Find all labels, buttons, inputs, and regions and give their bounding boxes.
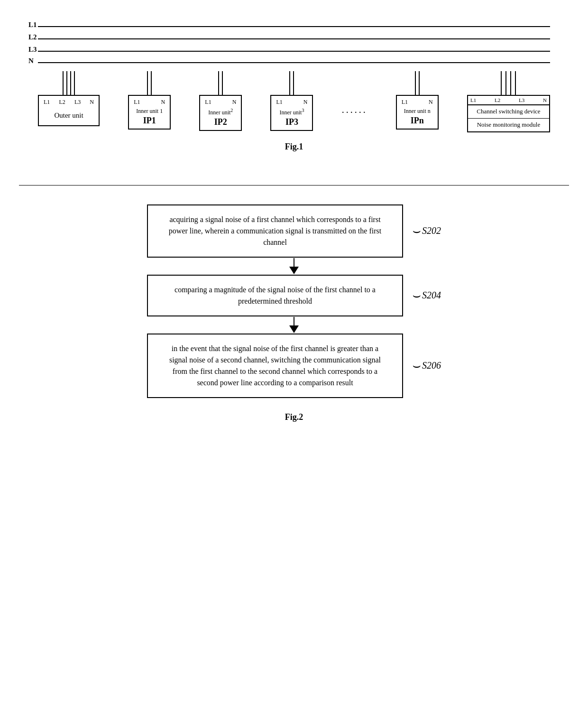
inner-unit-1-header: L1 N bbox=[134, 99, 165, 106]
channel-device-block: L1 L2 L3 N Channel switching device Nois… bbox=[467, 71, 550, 132]
arrow-2-container bbox=[38, 316, 550, 334]
channel-device-outer-box: L1 L2 L3 N Channel switching device Nois… bbox=[467, 95, 550, 132]
drop-L1 bbox=[63, 71, 64, 95]
fig1-diagram: L1 L2 L3 N L1 L2 L3 N bbox=[19, 9, 569, 171]
drop-L1-csd bbox=[501, 71, 502, 95]
drop-L1-iu3 bbox=[289, 71, 290, 95]
channel-device-header: L1 L2 L3 N bbox=[468, 96, 549, 104]
inner-unit-3-block: L1 N Inner unit3 IP3 bbox=[270, 71, 313, 131]
arrow-1-head bbox=[289, 267, 299, 274]
arrow-1-container bbox=[38, 258, 550, 275]
iu2-L1: L1 bbox=[205, 99, 211, 106]
flow-step-S204: comparing a magnitude of the signal nois… bbox=[38, 275, 550, 316]
bus-line-L1 bbox=[38, 26, 550, 27]
channel-device-drops bbox=[501, 71, 516, 95]
drop-N-iun bbox=[419, 71, 420, 95]
s206-label: S206 bbox=[422, 360, 441, 371]
drop-L1-iu2 bbox=[218, 71, 219, 95]
outer-L2: L2 bbox=[59, 99, 65, 106]
flow-box-S202: acquiring a signal noise of a first chan… bbox=[147, 204, 403, 258]
arrow-2-head bbox=[289, 325, 299, 333]
drop-L2-csd bbox=[505, 71, 506, 95]
inner-unit-2-drops bbox=[218, 71, 223, 95]
iu3-L1: L1 bbox=[276, 99, 282, 106]
s202-label: S202 bbox=[422, 225, 441, 236]
s204-curve-icon: ⌣ bbox=[413, 289, 421, 302]
inner-unit-2-name: Inner unit2 bbox=[205, 108, 236, 116]
drop-N bbox=[74, 71, 75, 95]
iun-L1: L1 bbox=[402, 99, 408, 106]
inner-unit-3-id: IP3 bbox=[276, 117, 307, 127]
flow-box-S206: in the event that the signal noise of th… bbox=[147, 334, 403, 398]
s204-label: S204 bbox=[422, 290, 441, 301]
arrow-2 bbox=[166, 316, 422, 334]
drop-L1-iun bbox=[415, 71, 416, 95]
iu1-N: N bbox=[161, 99, 165, 106]
bus-line-L2 bbox=[38, 38, 550, 39]
arrow-1 bbox=[166, 258, 422, 275]
bus-label-L3: L3 bbox=[28, 46, 37, 54]
outer-unit-box: L1 L2 L3 N Outer unit bbox=[38, 95, 100, 126]
outer-N: N bbox=[90, 99, 94, 106]
inner-unit-1-drops bbox=[147, 71, 152, 95]
outer-L1: L1 bbox=[44, 99, 50, 106]
units-row: L1 L2 L3 N Outer unit L1 N Inner unit 1 bbox=[24, 71, 564, 132]
flow-box-S204: comparing a magnitude of the signal nois… bbox=[147, 275, 403, 316]
iu3-N: N bbox=[303, 99, 308, 106]
arrow-1-stem bbox=[294, 258, 294, 267]
channel-switching-device-label: Channel switching device bbox=[468, 105, 549, 119]
outer-unit-header: L1 L2 L3 N bbox=[44, 99, 94, 106]
inner-unit-n-box: L1 N Inner unit n IPn bbox=[396, 95, 439, 130]
bus-line-N bbox=[38, 62, 550, 63]
outer-unit-name: Outer unit bbox=[44, 108, 94, 122]
flow-step-S202: acquiring a signal noise of a first chan… bbox=[38, 204, 550, 258]
fig1-caption: Fig.1 bbox=[24, 142, 564, 152]
inner-unit-2-header: L1 N bbox=[205, 99, 236, 106]
drop-L3 bbox=[70, 71, 71, 95]
inner-unit-1-name: Inner unit 1 bbox=[134, 108, 165, 115]
inner-unit-3-name: Inner unit3 bbox=[276, 108, 307, 116]
fig2-diagram: acquiring a signal noise of a first chan… bbox=[19, 195, 569, 441]
noise-monitoring-module-label: Noise monitoring module bbox=[468, 119, 549, 131]
iu2-N: N bbox=[232, 99, 237, 106]
inner-unit-n-header: L1 N bbox=[402, 99, 433, 106]
inner-unit-1-block: L1 N Inner unit 1 IP1 bbox=[128, 71, 171, 130]
fig2-caption: Fig.2 bbox=[285, 412, 303, 422]
csd-N: N bbox=[543, 97, 547, 103]
s206-label-wrap: ⌣ S206 bbox=[413, 359, 441, 372]
drop-L3-csd bbox=[510, 71, 511, 95]
iu1-L1: L1 bbox=[134, 99, 140, 106]
inner-unit-n-name: Inner unit n bbox=[402, 108, 433, 115]
csd-L1: L1 bbox=[470, 97, 476, 103]
drop-N-iu2 bbox=[222, 71, 223, 95]
outer-unit-drop-lines bbox=[63, 71, 75, 95]
s202-curve-icon: ⌣ bbox=[413, 224, 421, 238]
inner-unit-3-box: L1 N Inner unit3 IP3 bbox=[270, 95, 313, 131]
inner-unit-n-block: L1 N Inner unit n IPn bbox=[396, 71, 439, 130]
s204-label-wrap: ⌣ S204 bbox=[413, 289, 441, 302]
inner-unit-n-id: IPn bbox=[402, 116, 433, 126]
inner-unit-2-box: L1 N Inner unit2 IP2 bbox=[199, 95, 242, 131]
fig-separator bbox=[19, 185, 569, 186]
inner-unit-3-drops bbox=[289, 71, 294, 95]
csd-L2: L2 bbox=[495, 97, 500, 103]
flow-step-S206: in the event that the signal noise of th… bbox=[38, 334, 550, 398]
bus-label-L2: L2 bbox=[28, 33, 37, 41]
drop-N-csd bbox=[515, 71, 516, 95]
drop-L2 bbox=[66, 71, 67, 95]
inner-unit-1-box: L1 N Inner unit 1 IP1 bbox=[128, 95, 171, 130]
bus-line-L3 bbox=[38, 51, 550, 52]
drop-L1-iu1 bbox=[147, 71, 148, 95]
inner-unit-2-block: L1 N Inner unit2 IP2 bbox=[199, 71, 242, 131]
s202-label-wrap: ⌣ S202 bbox=[413, 224, 441, 238]
ellipsis-block: ...... bbox=[342, 71, 368, 115]
drop-N-iu3 bbox=[293, 71, 294, 95]
csd-L3: L3 bbox=[519, 97, 524, 103]
inner-unit-3-header: L1 N bbox=[276, 99, 307, 106]
inner-unit-1-id: IP1 bbox=[134, 116, 165, 126]
channel-device-inner-boxes: Channel switching device Noise monitorin… bbox=[468, 104, 549, 131]
ellipsis-text: ...... bbox=[342, 104, 368, 115]
drop-N-iu1 bbox=[151, 71, 152, 95]
inner-unit-n-drops bbox=[415, 71, 420, 95]
outer-unit-block: L1 L2 L3 N Outer unit bbox=[38, 71, 100, 126]
